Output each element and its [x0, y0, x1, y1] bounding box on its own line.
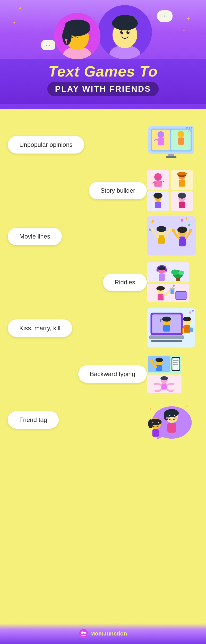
svg-rect-68 [157, 269, 159, 272]
svg-rect-57 [158, 235, 165, 244]
svg-rect-39 [178, 180, 185, 187]
sparkle-icon: ✦ [186, 15, 191, 22]
svg-point-118 [164, 410, 169, 420]
game-item-4: Riddles [8, 262, 198, 303]
illus-svg-2b [171, 170, 193, 190]
svg-point-64 [189, 229, 192, 232]
svg-point-26 [177, 131, 184, 137]
svg-text:✦: ✦ [149, 407, 152, 411]
svg-point-102 [156, 358, 163, 362]
svg-point-23 [158, 131, 164, 138]
svg-point-120 [173, 414, 176, 418]
pill-riddles: Riddles [103, 274, 147, 291]
svg-point-112 [160, 376, 168, 380]
illus-unpopular-opinions [147, 125, 198, 165]
svg-point-123 [166, 417, 169, 419]
pill-story-builder: Story builder [89, 182, 147, 199]
svg-rect-69 [165, 269, 167, 272]
svg-rect-125 [167, 423, 176, 433]
svg-rect-90 [160, 319, 161, 322]
svg-rect-109 [173, 364, 178, 365]
illus-svg-4b [147, 284, 189, 302]
svg-point-81 [173, 285, 175, 287]
illus-svg-2c [147, 191, 169, 211]
pill-movie-lines: Movie lines [8, 228, 62, 245]
person-illustration-left [54, 13, 100, 59]
svg-rect-70 [159, 274, 165, 281]
illus-svg-4a [147, 262, 189, 282]
svg-point-61 [177, 227, 187, 233]
svg-point-5 [65, 20, 90, 31]
svg-point-132 [158, 422, 159, 423]
sparkle-icon: ✦ [13, 21, 16, 25]
svg-rect-78 [158, 294, 164, 301]
svg-point-56 [157, 226, 166, 232]
svg-point-119 [168, 414, 171, 418]
content-area: Unpopular opinions [0, 109, 206, 623]
header-avatars: ✦ ✦ ✦ ✦ [0, 0, 206, 59]
svg-point-129 [151, 422, 154, 425]
svg-rect-133 [152, 429, 159, 437]
footer-brand-mom: Mom [90, 630, 104, 637]
svg-point-122 [174, 415, 175, 416]
game-item-7: Friend tag [8, 399, 198, 440]
person-illustration-right [98, 5, 152, 59]
svg-point-124 [175, 417, 178, 419]
svg-rect-35 [154, 181, 162, 187]
footer-logo: MomJunction [79, 629, 127, 638]
illus-svg-1 [147, 125, 196, 164]
game-item-5: Kiss, marry, kill [8, 308, 198, 349]
svg-point-58 [151, 227, 154, 231]
svg-point-138 [84, 632, 86, 634]
svg-rect-27 [178, 138, 184, 145]
pill-friend-tag: Friend tag [8, 411, 59, 429]
svg-point-121 [169, 415, 170, 416]
svg-point-48 [178, 193, 186, 199]
items-container: Unpopular opinions [0, 117, 206, 446]
illus-svg-3 [147, 216, 196, 256]
svg-point-88 [162, 317, 171, 321]
illus-svg-5 [147, 308, 195, 348]
svg-point-74 [178, 271, 184, 275]
header-section: ✦ ✦ ✦ ✦ [0, 0, 206, 109]
svg-point-104 [150, 360, 153, 363]
game-item-6: Backward typing [8, 353, 198, 395]
illus-svg-2d [171, 191, 193, 211]
svg-rect-28 [168, 154, 174, 156]
svg-rect-91 [149, 336, 184, 339]
svg-rect-107 [173, 360, 178, 361]
svg-point-59 [169, 227, 172, 231]
svg-point-40 [177, 172, 187, 175]
illus-svg-6a [147, 355, 182, 373]
title-section: Text Games To PLAY WITH FRIENDS [0, 59, 206, 104]
svg-point-97 [189, 311, 192, 314]
avatar-left [54, 13, 100, 59]
svg-rect-47 [179, 202, 185, 208]
footer: MomJunction [0, 623, 206, 644]
illus-svg-2a [147, 170, 169, 190]
illus-story-builder [147, 170, 198, 211]
svg-rect-96 [190, 328, 193, 332]
svg-rect-106 [172, 358, 179, 370]
pill-kiss-marry-kill: Kiss, marry, kill [8, 319, 72, 337]
title-subtitle-box: PLAY WITH FRIENDS [47, 82, 159, 96]
svg-rect-92 [151, 340, 182, 342]
pill-backward-typing: Backward typing [78, 365, 147, 383]
illus-riddles [147, 262, 198, 302]
svg-point-77 [156, 286, 165, 291]
svg-rect-89 [163, 325, 170, 332]
svg-point-19 [128, 31, 129, 32]
svg-rect-29 [166, 156, 176, 158]
svg-point-131 [152, 422, 153, 423]
illus-backward-typing [147, 355, 198, 393]
svg-point-32 [191, 127, 193, 129]
illus-movie-lines [147, 216, 198, 257]
svg-rect-108 [173, 362, 177, 363]
game-item-2: Story builder [8, 170, 198, 211]
avatar-right [98, 5, 152, 59]
illus-kiss-marry-kill [147, 308, 198, 349]
svg-point-94 [183, 317, 191, 321]
illus-svg-7: ✦ ✦ [147, 400, 192, 439]
svg-rect-24 [158, 138, 164, 145]
illus-svg-6b [147, 375, 182, 393]
